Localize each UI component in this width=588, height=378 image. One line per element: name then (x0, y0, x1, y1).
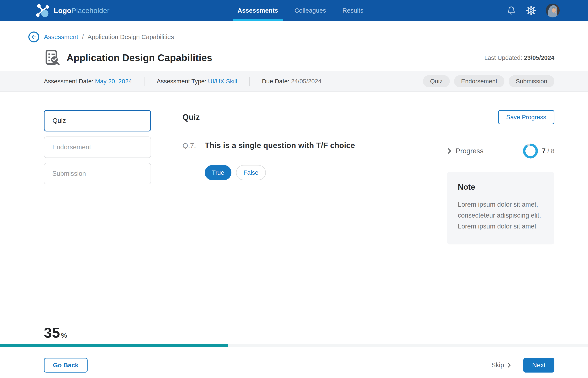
question-text: This is a single question with T/F choic… (205, 141, 355, 150)
sidebar-item-endorsement-label: Endorsement (52, 143, 91, 151)
quiz-section-title: Quiz (183, 113, 200, 122)
assessment-checklist-icon (44, 49, 61, 66)
progress-count: 7 / 8 (542, 147, 554, 155)
meta-divider (144, 77, 145, 86)
logo-icon (36, 3, 50, 18)
note-card: Note Lorem ipsum dolor sit amet, consect… (447, 172, 554, 244)
go-back-button[interactable]: Go Back (44, 358, 88, 373)
progress-total: 8 (551, 148, 554, 154)
meta-assessment-date: Assessment Date: May 20, 2024 (44, 78, 132, 85)
sidebar-item-submission[interactable]: Submission (44, 163, 151, 184)
meta-divider (249, 77, 250, 86)
sidebar-item-submission-label: Submission (52, 170, 86, 177)
progress-current: 7 (542, 147, 546, 155)
quiz-panel: Quiz Save Progress Q.7. This is a single… (183, 110, 554, 244)
breadcrumb: Assessment / Application Design Capabili… (44, 33, 174, 40)
brand-name-light: Placeholder (71, 7, 110, 14)
stage-tags: Quiz Endorsement Submission (423, 75, 554, 87)
last-updated: Last Updated: 23/05/2024 (484, 54, 554, 61)
completion-percent: 35 % (0, 324, 588, 341)
nav-item-results[interactable]: Results (341, 0, 365, 21)
sidebar-item-quiz-label: Quiz (53, 117, 66, 124)
meta-assessment-type: Assessment Type: UI/UX Skill (157, 78, 237, 85)
stage-sidebar: Quiz Endorsement Submission (44, 110, 151, 244)
progress-ring-arc (524, 144, 537, 158)
breadcrumb-row: Assessment / Application Design Capabili… (0, 31, 588, 42)
completion-percent-sign: % (61, 332, 67, 339)
answer-options: True False (205, 165, 447, 180)
brand-name: LogoPlaceholder (54, 7, 110, 15)
page-header: Application Design Capabilities Last Upd… (0, 49, 588, 66)
completion-percent-value: 35 (44, 324, 60, 341)
content-area: Quiz Endorsement Submission Quiz Save Pr… (0, 110, 588, 244)
answer-false-button[interactable]: False (236, 165, 266, 180)
brand-logo[interactable]: LogoPlaceholder (36, 3, 110, 18)
tag-submission[interactable]: Submission (509, 75, 554, 87)
avatar-image (546, 4, 560, 17)
bell-icon (507, 6, 516, 15)
last-updated-value: 23/05/2024 (524, 54, 554, 61)
nav-item-colleagues[interactable]: Colleagues (293, 0, 327, 21)
sidebar-item-endorsement[interactable]: Endorsement (44, 136, 151, 158)
assessment-meta-bar: Assessment Date: May 20, 2024 Assessment… (0, 71, 588, 92)
progress-toggle[interactable]: Progress (447, 147, 483, 155)
quiz-panel-header: Quiz Save Progress (183, 110, 554, 124)
meta-due-date-value: 24/05/2024 (291, 78, 321, 85)
answer-true-button[interactable]: True (205, 165, 231, 180)
breadcrumb-separator: / (82, 33, 84, 40)
chevron-right-icon (507, 362, 511, 368)
meta-due-date: Due Date: 24/05/2024 (262, 78, 321, 85)
meta-assessment-date-label: Assessment Date: (44, 78, 93, 85)
settings-button[interactable] (526, 5, 536, 15)
footer: 35 % Go Back Skip Next (0, 324, 588, 378)
notifications-button[interactable] (506, 5, 516, 15)
quiz-progressbar-track (0, 344, 588, 347)
back-button[interactable] (28, 31, 39, 42)
meta-assessment-date-value[interactable]: May 20, 2024 (95, 78, 132, 85)
breadcrumb-current: Application Design Capabilities (88, 33, 174, 40)
meta-assessment-type-value[interactable]: UI/UX Skill (208, 78, 237, 85)
tag-endorsement[interactable]: Endorsement (454, 75, 505, 87)
nav-item-colleagues-label: Colleagues (294, 7, 326, 14)
next-button[interactable]: Next (523, 358, 554, 373)
last-updated-label: Last Updated: (484, 54, 522, 61)
footer-right-group: Skip Next (491, 358, 554, 373)
user-avatar[interactable] (546, 4, 560, 17)
quiz-progressbar-fill (0, 344, 228, 347)
save-progress-button[interactable]: Save Progress (498, 110, 554, 124)
question-row: Q.7. This is a single question with T/F … (183, 141, 447, 150)
footer-actions: Go Back Skip Next (0, 358, 588, 373)
note-body: Lorem ipsum dolor sit amet, consecteteur… (458, 199, 545, 232)
primary-nav: Assessments Colleagues Results (236, 0, 365, 21)
page: LogoPlaceholder Assessments Colleagues R… (0, 0, 588, 378)
sidebar-item-quiz[interactable]: Quiz (44, 110, 151, 132)
brand-name-bold: Logo (54, 7, 71, 14)
section-divider (183, 130, 554, 130)
nav-item-assessments-label: Assessments (238, 7, 278, 14)
arrow-left-icon (31, 34, 37, 40)
nav-item-assessments[interactable]: Assessments (236, 0, 279, 21)
question-number: Q.7. (183, 142, 205, 150)
meta-due-date-label: Due Date: (262, 78, 289, 85)
progress-ring (522, 143, 539, 159)
nav-active-underline (233, 19, 283, 21)
nav-item-results-label: Results (343, 7, 363, 14)
page-title: Application Design Capabilities (67, 52, 212, 63)
progress-ring-group: 7 / 8 (522, 143, 554, 159)
navbar-right-group (506, 4, 560, 17)
breadcrumb-parent-link[interactable]: Assessment (44, 33, 78, 40)
tag-quiz[interactable]: Quiz (423, 75, 450, 87)
progress-count-separator: / (548, 148, 549, 154)
note-title: Note (458, 183, 545, 191)
meta-assessment-type-label: Assessment Type: (157, 78, 206, 85)
progress-column: Progress 7 / 8 Note Lorem ipsum dolo (447, 141, 554, 244)
chevron-right-icon (447, 148, 452, 154)
progress-label-text: Progress (456, 147, 483, 155)
skip-button[interactable]: Skip (491, 361, 511, 369)
quiz-body: Q.7. This is a single question with T/F … (183, 141, 554, 244)
top-navbar: LogoPlaceholder Assessments Colleagues R… (0, 0, 588, 21)
skip-label: Skip (491, 361, 504, 369)
question-column: Q.7. This is a single question with T/F … (183, 141, 447, 244)
progress-row: Progress 7 / 8 (447, 143, 554, 159)
gear-icon (526, 5, 536, 15)
